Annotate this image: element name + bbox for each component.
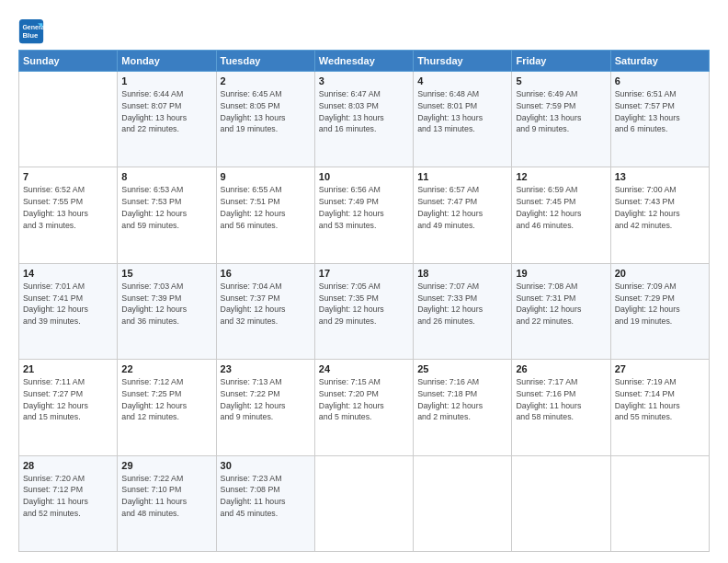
day-number: 17 [319,268,409,279]
calendar-page: General Blue SundayMondayTuesdayWednesda… [0,0,728,563]
day-number: 13 [615,171,705,182]
weekday-header-monday: Monday [118,51,216,72]
day-info: Sunrise: 6:59 AM Sunset: 7:45 PM Dayligh… [516,184,606,231]
calendar-cell: 19Sunrise: 7:08 AM Sunset: 7:31 PM Dayli… [512,263,610,359]
day-info: Sunrise: 6:49 AM Sunset: 7:59 PM Dayligh… [516,88,606,135]
weekday-row: SundayMondayTuesdayWednesdayThursdayFrid… [19,51,710,72]
day-number: 27 [615,363,705,374]
day-info: Sunrise: 7:13 AM Sunset: 7:22 PM Dayligh… [221,376,311,423]
calendar-cell: 10Sunrise: 6:56 AM Sunset: 7:49 PM Dayli… [314,167,413,263]
calendar-week-1: 1Sunrise: 6:44 AM Sunset: 8:07 PM Daylig… [19,72,710,167]
day-info: Sunrise: 7:08 AM Sunset: 7:31 PM Dayligh… [516,281,606,327]
day-number: 9 [221,171,311,182]
day-number: 12 [516,171,606,182]
day-number: 22 [121,363,211,374]
day-info: Sunrise: 6:47 AM Sunset: 8:03 PM Dayligh… [319,88,409,135]
weekday-header-wednesday: Wednesday [314,51,413,72]
calendar-cell: 18Sunrise: 7:07 AM Sunset: 7:33 PM Dayli… [414,263,512,359]
day-number: 24 [319,363,409,374]
day-info: Sunrise: 7:22 AM Sunset: 7:10 PM Dayligh… [121,473,211,520]
weekday-header-friday: Friday [512,51,610,72]
weekday-header-thursday: Thursday [414,51,512,72]
day-info: Sunrise: 7:17 AM Sunset: 7:16 PM Dayligh… [516,376,606,423]
calendar-cell: 13Sunrise: 7:00 AM Sunset: 7:43 PM Dayli… [610,167,709,263]
day-number: 8 [121,171,211,182]
calendar-cell: 6Sunrise: 6:51 AM Sunset: 7:57 PM Daylig… [610,72,709,167]
day-number: 10 [319,171,409,182]
day-info: Sunrise: 7:09 AM Sunset: 7:29 PM Dayligh… [615,281,705,327]
calendar-cell: 14Sunrise: 7:01 AM Sunset: 7:41 PM Dayli… [19,263,118,359]
calendar-cell: 21Sunrise: 7:11 AM Sunset: 7:27 PM Dayli… [19,360,118,455]
day-number: 15 [121,268,211,279]
day-number: 5 [516,75,606,86]
calendar-week-5: 28Sunrise: 7:20 AM Sunset: 7:12 PM Dayli… [19,455,710,551]
svg-text:Blue: Blue [22,31,39,40]
day-number: 29 [121,460,211,471]
day-info: Sunrise: 6:44 AM Sunset: 8:07 PM Dayligh… [121,88,211,135]
day-number: 2 [221,75,311,86]
day-info: Sunrise: 7:15 AM Sunset: 7:20 PM Dayligh… [319,376,409,423]
day-info: Sunrise: 6:53 AM Sunset: 7:53 PM Dayligh… [121,184,211,231]
calendar-cell: 1Sunrise: 6:44 AM Sunset: 8:07 PM Daylig… [118,72,216,167]
calendar-cell: 5Sunrise: 6:49 AM Sunset: 7:59 PM Daylig… [512,72,610,167]
calendar-cell: 30Sunrise: 7:23 AM Sunset: 7:08 PM Dayli… [216,455,314,551]
day-number: 19 [516,268,606,279]
day-number: 11 [417,171,507,182]
day-number: 28 [23,460,113,471]
day-info: Sunrise: 7:07 AM Sunset: 7:33 PM Dayligh… [417,281,507,327]
calendar-cell: 8Sunrise: 6:53 AM Sunset: 7:53 PM Daylig… [118,167,216,263]
calendar-cell: 9Sunrise: 6:55 AM Sunset: 7:51 PM Daylig… [216,167,314,263]
calendar-cell: 29Sunrise: 7:22 AM Sunset: 7:10 PM Dayli… [118,455,216,551]
day-info: Sunrise: 7:04 AM Sunset: 7:37 PM Dayligh… [221,281,311,327]
page-header: General Blue [18,15,710,44]
day-number: 6 [615,75,705,86]
calendar-week-2: 7Sunrise: 6:52 AM Sunset: 7:55 PM Daylig… [19,167,710,263]
day-info: Sunrise: 7:03 AM Sunset: 7:39 PM Dayligh… [121,281,211,327]
day-number: 7 [23,171,113,182]
day-info: Sunrise: 7:20 AM Sunset: 7:12 PM Dayligh… [23,473,113,520]
day-info: Sunrise: 6:45 AM Sunset: 8:05 PM Dayligh… [221,88,311,135]
calendar-cell: 26Sunrise: 7:17 AM Sunset: 7:16 PM Dayli… [512,360,610,455]
logo-icon: General Blue [18,18,44,44]
day-info: Sunrise: 6:52 AM Sunset: 7:55 PM Dayligh… [23,184,113,231]
calendar-cell: 20Sunrise: 7:09 AM Sunset: 7:29 PM Dayli… [610,263,709,359]
calendar-cell: 24Sunrise: 7:15 AM Sunset: 7:20 PM Dayli… [314,360,413,455]
day-info: Sunrise: 6:56 AM Sunset: 7:49 PM Dayligh… [319,184,409,231]
day-info: Sunrise: 6:55 AM Sunset: 7:51 PM Dayligh… [221,184,311,231]
day-number: 25 [417,363,507,374]
calendar-cell: 22Sunrise: 7:12 AM Sunset: 7:25 PM Dayli… [118,360,216,455]
day-number: 23 [221,363,311,374]
day-number: 14 [23,268,113,279]
weekday-header-tuesday: Tuesday [216,51,314,72]
day-number: 21 [23,363,113,374]
day-info: Sunrise: 6:48 AM Sunset: 8:01 PM Dayligh… [417,88,507,135]
calendar-header: SundayMondayTuesdayWednesdayThursdayFrid… [19,51,710,72]
calendar-week-4: 21Sunrise: 7:11 AM Sunset: 7:27 PM Dayli… [19,360,710,455]
calendar-cell: 25Sunrise: 7:16 AM Sunset: 7:18 PM Dayli… [414,360,512,455]
calendar-cell: 3Sunrise: 6:47 AM Sunset: 8:03 PM Daylig… [314,72,413,167]
calendar-cell: 28Sunrise: 7:20 AM Sunset: 7:12 PM Dayli… [19,455,118,551]
day-number: 18 [417,268,507,279]
weekday-header-sunday: Sunday [19,51,118,72]
calendar-cell: 15Sunrise: 7:03 AM Sunset: 7:39 PM Dayli… [118,263,216,359]
calendar-cell: 16Sunrise: 7:04 AM Sunset: 7:37 PM Dayli… [216,263,314,359]
calendar-cell: 23Sunrise: 7:13 AM Sunset: 7:22 PM Dayli… [216,360,314,455]
day-number: 1 [121,75,211,86]
day-info: Sunrise: 7:01 AM Sunset: 7:41 PM Dayligh… [23,281,113,327]
day-number: 3 [319,75,409,86]
calendar-cell: 2Sunrise: 6:45 AM Sunset: 8:05 PM Daylig… [216,72,314,167]
calendar-cell [414,455,512,551]
day-number: 16 [221,268,311,279]
day-number: 30 [221,460,311,471]
day-info: Sunrise: 7:16 AM Sunset: 7:18 PM Dayligh… [417,376,507,423]
day-info: Sunrise: 7:05 AM Sunset: 7:35 PM Dayligh… [319,281,409,327]
calendar-cell [19,72,118,167]
calendar-cell [610,455,709,551]
calendar-cell: 11Sunrise: 6:57 AM Sunset: 7:47 PM Dayli… [414,167,512,263]
calendar-cell: 12Sunrise: 6:59 AM Sunset: 7:45 PM Dayli… [512,167,610,263]
calendar-body: 1Sunrise: 6:44 AM Sunset: 8:07 PM Daylig… [19,72,710,552]
day-info: Sunrise: 7:12 AM Sunset: 7:25 PM Dayligh… [121,376,211,423]
day-info: Sunrise: 7:23 AM Sunset: 7:08 PM Dayligh… [221,473,311,520]
day-info: Sunrise: 7:11 AM Sunset: 7:27 PM Dayligh… [23,376,113,423]
day-number: 20 [615,268,705,279]
